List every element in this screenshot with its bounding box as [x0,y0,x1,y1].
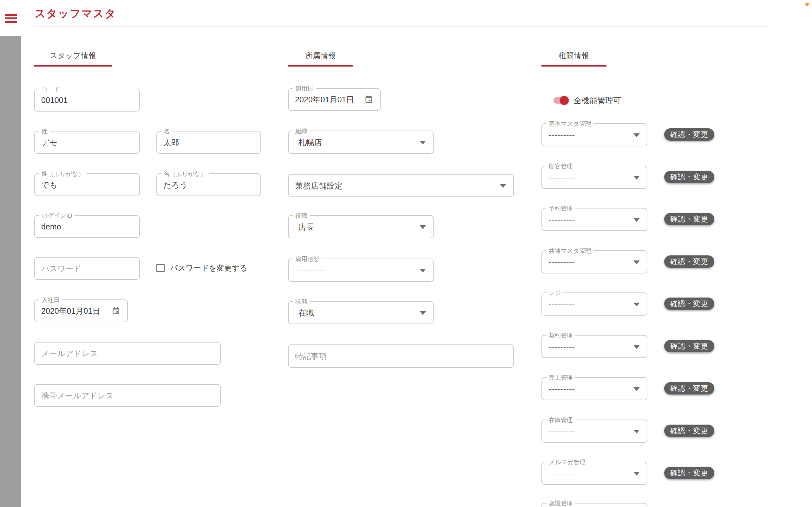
chevron-down-icon [633,302,640,306]
calendar-icon[interactable] [364,95,373,104]
permission-select[interactable]: 基本マスタ管理 --------- [542,123,647,147]
all-permission-toggle-label: 全機能管理可 [573,96,621,105]
tab-staff-indicator [34,65,112,66]
chevron-down-icon [420,225,426,229]
sidebar [0,36,21,507]
permission-select[interactable]: 予約管理 --------- [542,208,647,231]
confirm-change-button[interactable]: 確認・変更 [664,213,714,225]
confirm-change-button[interactable]: 確認・変更 [664,256,714,268]
permission-select[interactable]: 売上管理 --------- [542,377,647,400]
tab-permission-indicator [542,65,606,66]
chevron-down-icon [500,184,506,188]
chevron-down-icon [633,387,640,391]
chevron-down-icon [420,269,426,273]
login-id-field[interactable]: ログインID demo [34,215,140,238]
confirm-change-button[interactable]: 確認・変更 [664,171,714,183]
confirm-change-button[interactable]: 確認・変更 [664,340,714,352]
permission-select[interactable]: 顧客管理 --------- [542,166,647,189]
first-name-kana-field[interactable]: 名（ふりがな） たろう [156,173,261,196]
password-field[interactable]: パスワード [34,257,140,280]
last-name-kana-field[interactable]: 姓（ふりがな） でも [34,173,140,196]
tab-staff-info[interactable]: スタッフ情報 [34,51,112,66]
hire-date-field[interactable]: 入社日 2020年01月01日 [34,299,128,322]
chevron-down-icon [633,133,640,137]
chevron-down-icon [633,345,640,349]
tab-affiliation-info[interactable]: 所属情報 [288,51,353,66]
header-divider [34,26,768,27]
confirm-change-button[interactable]: 確認・変更 [664,425,714,437]
last-name-field[interactable]: 姓 デモ [34,131,140,154]
permission-select-partial[interactable]: 稟議管理 [542,503,647,507]
calendar-icon[interactable] [112,307,120,315]
permission-select[interactable]: 契約管理 --------- [542,335,647,358]
confirm-change-button[interactable]: 確認・変更 [664,297,714,310]
confirm-change-button[interactable]: 確認・変更 [664,467,714,479]
confirm-change-button[interactable]: 確認・変更 [664,382,714,395]
apply-date-field[interactable]: 適用日 2020年01月01日 [288,88,380,111]
permission-select[interactable]: 在庫管理 --------- [542,419,647,443]
permission-select[interactable]: メルマガ管理 --------- [542,462,647,485]
chevron-down-icon [420,311,426,315]
page-title: スタッフマスタ [35,6,116,21]
notification-dot [805,3,809,6]
permission-select[interactable]: レジ --------- [542,292,647,316]
permission-select[interactable]: 共通マスタ管理 --------- [542,250,647,274]
chevron-down-icon [633,261,640,264]
all-permission-toggle[interactable] [554,96,569,105]
position-select[interactable]: 役職 店長 [288,215,434,238]
organization-select[interactable]: 組織 札幌店 [288,130,434,154]
chevron-down-icon [633,430,640,434]
code-field[interactable]: コード 001001 [34,89,140,112]
hamburger-menu-icon[interactable] [5,14,17,23]
tab-affiliation-indicator [288,65,353,66]
status-select[interactable]: 状態 在職 [288,301,434,324]
confirm-change-button[interactable]: 確認・変更 [664,128,714,141]
tab-permission-info[interactable]: 権限情報 [542,51,606,66]
password-change-label: パスワードを変更する [170,264,247,272]
first-name-field[interactable]: 名 太郎 [156,131,261,154]
email-field[interactable]: メールアドレス [34,342,221,365]
staff-master-page: スタッフマスタ スタッフ情報 所属情報 権限情報 コード 001001 姓 デモ… [0,0,812,507]
notes-field[interactable]: 特記事項 [288,344,514,368]
chevron-down-icon [633,472,640,475]
chevron-down-icon [633,176,640,180]
chevron-down-icon [633,218,640,222]
sub-store-select[interactable]: 兼務店舗設定 [288,174,514,197]
mobile-email-field[interactable]: 携帯メールアドレス [34,384,221,407]
chevron-down-icon [420,141,426,145]
password-change-checkbox[interactable] [156,264,165,272]
employment-type-select[interactable]: 雇用形態 --------- [288,259,434,282]
